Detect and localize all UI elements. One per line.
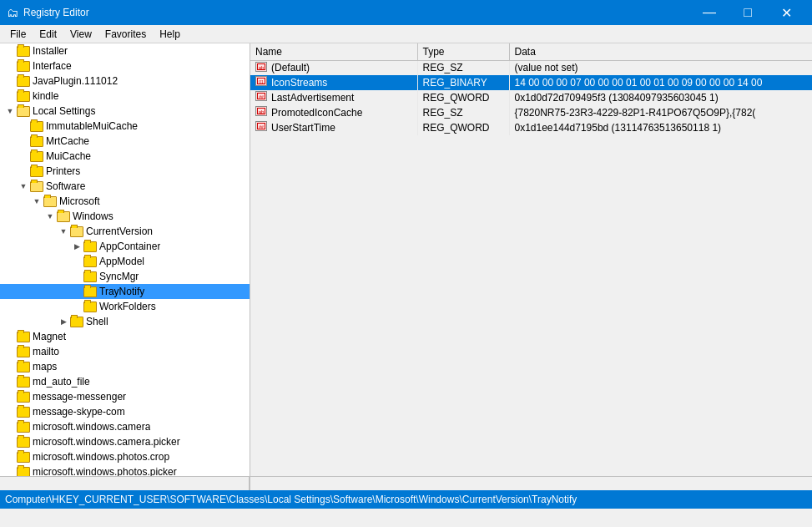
status-path: Computer\HKEY_CURRENT_USER\SOFTWARE\Clas…: [5, 494, 577, 505]
expander-icon: [3, 44, 17, 58]
tree-item-messagemessenger[interactable]: message-messenger: [0, 389, 250, 404]
tree-item-label: md_auto_file: [33, 376, 90, 388]
details-hscrollbar[interactable]: [250, 476, 812, 490]
minimize-button[interactable]: —: [690, 0, 729, 25]
expander-icon: [3, 345, 17, 358]
expander-icon[interactable]: ▶: [70, 240, 83, 253]
tree-item-label: maps: [33, 361, 57, 372]
menu-item-help[interactable]: Help: [153, 25, 187, 43]
folder-icon: [17, 61, 30, 72]
expander-icon[interactable]: ▼: [43, 210, 57, 223]
tree-item-label: CurrentVersion: [86, 225, 153, 237]
tree-item-kindle[interactable]: kindle: [0, 89, 250, 104]
expander-icon[interactable]: ▼: [57, 225, 70, 238]
tree-item-interface[interactable]: Interface: [0, 58, 250, 73]
tree-item-workfolders[interactable]: WorkFolders: [0, 299, 250, 314]
folder-icon: [17, 452, 30, 463]
expander-icon[interactable]: ▼: [3, 104, 17, 118]
tree-item-maps[interactable]: maps: [0, 359, 250, 374]
details-panel: Name Type Data ab(Default)REG_SZ(value n…: [250, 43, 812, 490]
menu-item-favorites[interactable]: Favorites: [98, 25, 153, 43]
expander-icon[interactable]: ▼: [17, 180, 30, 193]
tree-item-shell[interactable]: ▶Shell: [0, 314, 250, 329]
tree-item-microsoftwindowsphotospicker[interactable]: microsoft.windows.photos.picker: [0, 464, 250, 476]
expander-icon: [3, 420, 17, 433]
maximize-button[interactable]: □: [729, 0, 767, 25]
tree-item-microsoft[interactable]: ▼Microsoft: [0, 194, 250, 209]
tree-item-label: message-messenger: [33, 391, 126, 403]
folder-icon: [17, 347, 30, 357]
menu-item-view[interactable]: View: [63, 25, 98, 43]
folder-icon: [70, 226, 83, 237]
tree-item-magnet[interactable]: Magnet: [0, 329, 250, 344]
expander-icon: [3, 390, 17, 403]
tree-item-mrtcache[interactable]: MrtCache: [0, 134, 250, 149]
tree-item-muicache[interactable]: MuiCache: [0, 149, 250, 164]
cell-type: REG_QWORD: [417, 120, 509, 135]
tree-item-label: kindle: [33, 90, 58, 102]
cell-type: REG_BINARY: [417, 75, 509, 90]
folder-icon: [57, 211, 70, 222]
table-row[interactable]: abPromotedIconCacheREG_SZ{7820NR75-23R3-…: [250, 105, 812, 120]
tree-item-label: microsoft.windows.photos.crop: [33, 451, 169, 463]
tree-item-appmodel[interactable]: AppModel: [0, 254, 250, 269]
tree-item-printers[interactable]: Printers: [0, 164, 250, 179]
tree-item-appcontainer[interactable]: ▶AppContainer: [0, 239, 250, 254]
expander-icon: [3, 89, 17, 103]
tree-scroll[interactable]: InstallerInterfaceJavaPlugin.111012kindl…: [0, 43, 250, 476]
expander-icon: [3, 74, 17, 88]
tree-item-traynotify[interactable]: TrayNotify: [0, 284, 250, 299]
tree-item-messageskypecom[interactable]: message-skype-com: [0, 404, 250, 419]
tree-item-label: microsoft.windows.camera.picker: [33, 436, 180, 448]
tree-item-microsoftwindowscamera[interactable]: microsoft.windows.camera: [0, 419, 250, 434]
expander-icon[interactable]: ▶: [57, 315, 70, 328]
cell-type: REG_SZ: [417, 105, 509, 120]
folder-icon: [43, 196, 57, 207]
folder-icon: [17, 46, 30, 57]
folder-icon: [30, 166, 43, 177]
registry-value-icon: ab: [255, 106, 269, 118]
cell-data: (value not set): [509, 60, 812, 75]
table-row[interactable]: 01IconStreamsREG_BINARY14 00 00 00 07 00…: [250, 75, 812, 90]
tree-item-label: Local Settings: [33, 105, 95, 117]
expander-icon[interactable]: ▼: [30, 195, 43, 208]
tree-item-microsoftwindowsphotoscrop[interactable]: microsoft.windows.photos.crop: [0, 449, 250, 464]
expander-icon: [70, 300, 83, 313]
table-row[interactable]: ##LastAdvertisementREG_QWORD0x1d0d72d709…: [250, 90, 812, 105]
tree-item-microsoftwindowscamerapicker[interactable]: microsoft.windows.camera.picker: [0, 434, 250, 449]
details-scroll[interactable]: Name Type Data ab(Default)REG_SZ(value n…: [250, 43, 812, 476]
folder-icon: [17, 407, 30, 418]
tree-hscrollbar[interactable]: [0, 476, 250, 490]
tree-item-windows[interactable]: ▼Windows: [0, 209, 250, 224]
folder-icon: [17, 467, 30, 477]
title-bar: 🗂 Registry Editor — □ ✕: [0, 0, 812, 25]
cell-name: abPromotedIconCache: [250, 105, 417, 120]
tree-item-label: Shell: [86, 316, 108, 327]
menu-item-edit[interactable]: Edit: [33, 25, 63, 43]
folder-icon: [30, 121, 43, 132]
close-button[interactable]: ✕: [767, 0, 805, 25]
expander-icon: [3, 360, 17, 373]
folder-icon: [83, 302, 97, 312]
tree-item-localsettings[interactable]: ▼Local Settings: [0, 104, 250, 119]
tree-item-label: microsoft.windows.photos.picker: [33, 466, 177, 476]
expander-icon: [70, 255, 83, 268]
folder-icon: [83, 286, 97, 297]
tree-item-label: SyncMgr: [99, 271, 139, 282]
tree-item-installer[interactable]: Installer: [0, 43, 250, 58]
table-row[interactable]: ab(Default)REG_SZ(value not set): [250, 60, 812, 75]
table-row[interactable]: ##UserStartTimeREG_QWORD0x1d1ee144d7195b…: [250, 120, 812, 135]
tree-item-label: message-skype-com: [33, 406, 125, 418]
registry-table: Name Type Data ab(Default)REG_SZ(value n…: [250, 43, 812, 135]
expander-icon: [3, 59, 17, 73]
tree-item-label: AppModel: [99, 256, 144, 267]
menu-item-file[interactable]: File: [3, 25, 33, 43]
tree-item-mailto[interactable]: mailto: [0, 344, 250, 359]
tree-item-software[interactable]: ▼Software: [0, 179, 250, 194]
tree-item-immutablemuicache[interactable]: ImmutableMuiCache: [0, 119, 250, 134]
tree-item-javaplugin[interactable]: JavaPlugin.111012: [0, 73, 250, 89]
tree-item-mdautofile[interactable]: md_auto_file: [0, 374, 250, 389]
tree-item-label: JavaPlugin.111012: [33, 75, 118, 87]
tree-item-currentversion[interactable]: ▼CurrentVersion: [0, 224, 250, 239]
tree-item-syncmgr[interactable]: SyncMgr: [0, 269, 250, 284]
